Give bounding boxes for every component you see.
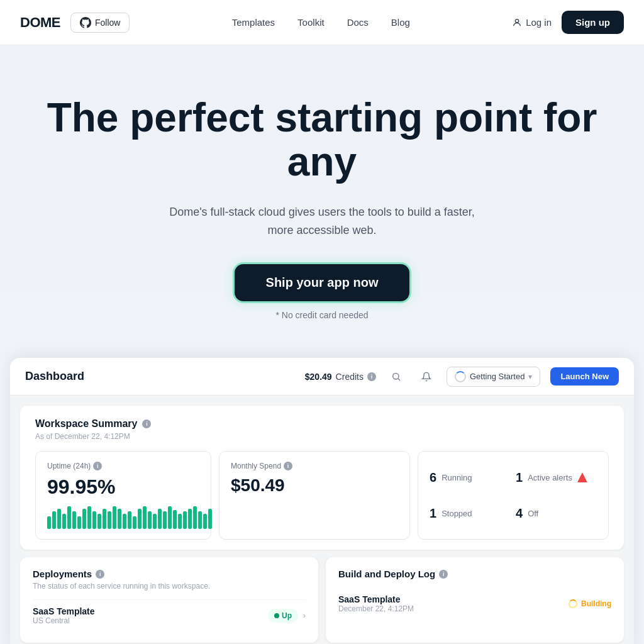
running-stat: 6 Running xyxy=(430,462,511,493)
uptime-value: 99.95% xyxy=(47,475,199,499)
hero-title: The perfect starting point for any xyxy=(39,96,605,184)
off-count: 4 xyxy=(516,506,523,521)
workspace-card-header: Workspace Summary i xyxy=(35,418,609,430)
build-log-card: Build and Deploy Log i SaaS Template Dec… xyxy=(326,557,624,643)
spinner-icon xyxy=(455,371,466,382)
off-label: Off xyxy=(528,509,538,518)
credits-badge: $20.49 Credits i xyxy=(305,372,376,382)
building-spinner-icon xyxy=(569,599,577,608)
running-count: 6 xyxy=(430,470,436,485)
github-follow-button[interactable]: Follow xyxy=(70,13,130,33)
notifications-button[interactable] xyxy=(416,367,436,387)
svg-point-1 xyxy=(393,374,399,379)
alerts-stat: 1 Active alerts xyxy=(516,462,597,493)
launch-new-button[interactable]: Launch New xyxy=(550,367,619,386)
search-button[interactable] xyxy=(386,367,406,387)
cta-button[interactable]: Ship your app now xyxy=(235,264,410,301)
deployment-info: SaaS Template US Central xyxy=(33,606,95,625)
stopped-count: 1 xyxy=(430,506,436,521)
deployments-card: Deployments i The status of each service… xyxy=(20,557,318,643)
bell-icon xyxy=(421,372,431,382)
dashboard-preview: Dashboard $20.49 Credits i Getting Start… xyxy=(10,358,634,644)
workspace-date: As of December 22, 4:12PM xyxy=(35,432,609,441)
up-badge: Up xyxy=(268,609,298,623)
deployments-title: Deployments i xyxy=(33,569,306,579)
main-nav: Templates Toolkit Docs Blog xyxy=(232,17,410,28)
github-icon xyxy=(80,17,91,28)
deployment-row[interactable]: SaaS Template US Central Up › xyxy=(33,599,306,631)
dashboard-title: Dashboard xyxy=(25,370,84,383)
alerts-count: 1 xyxy=(516,470,523,485)
deployment-status: Up › xyxy=(268,609,306,623)
up-dot-icon xyxy=(274,613,279,618)
build-log-info-icon: i xyxy=(439,570,448,579)
credits-info-icon: i xyxy=(367,372,376,381)
search-icon xyxy=(391,372,401,382)
alerts-label: Active alerts xyxy=(528,473,572,482)
chevron-down-icon: ▾ xyxy=(528,372,532,381)
stopped-label: Stopped xyxy=(441,509,472,518)
deployment-region: US Central xyxy=(33,616,95,625)
uptime-bars xyxy=(47,504,199,529)
nav-toolkit[interactable]: Toolkit xyxy=(297,17,325,28)
login-button[interactable]: Log in xyxy=(512,17,552,28)
user-icon xyxy=(512,18,522,28)
build-info: SaaS Template December 22, 4:12PM xyxy=(338,594,414,613)
getting-started-button[interactable]: Getting Started ▾ xyxy=(447,367,540,387)
svg-point-0 xyxy=(515,19,518,22)
credits-amount: $20.49 xyxy=(305,372,332,382)
services-card: 6 Running 1 Active alerts 1 Stopped 4 xyxy=(418,451,609,540)
workspace-card: Workspace Summary i As of December 22, 4… xyxy=(20,406,624,550)
uptime-label: Uptime (24h) i xyxy=(47,462,199,470)
nav-blog[interactable]: Blog xyxy=(391,17,410,28)
deployments-info-icon: i xyxy=(96,570,104,579)
build-date: December 22, 4:12PM xyxy=(338,604,414,613)
alert-icon xyxy=(577,472,587,482)
bottom-row: Deployments i The status of each service… xyxy=(20,557,624,643)
uptime-card: Uptime (24h) i 99.95% xyxy=(35,451,211,540)
uptime-info-icon: i xyxy=(93,462,102,470)
logo: DOME xyxy=(20,14,60,31)
hero-section: The perfect starting point for any Dome'… xyxy=(0,45,644,358)
navbar: DOME Follow Templates Toolkit Docs Blog … xyxy=(0,0,644,45)
stopped-stat: 1 Stopped xyxy=(430,498,511,530)
follow-label: Follow xyxy=(95,18,120,28)
monthly-spend-card: Monthly Spend i $50.49 xyxy=(219,451,410,540)
dashboard-header-right: $20.49 Credits i Getting Started ▾ Launc… xyxy=(305,367,619,387)
build-name: SaaS Template xyxy=(338,594,414,604)
stats-row: Uptime (24h) i 99.95% Monthly Spend i $5… xyxy=(35,451,609,540)
svg-line-2 xyxy=(398,379,400,380)
dashboard-body: Workspace Summary i As of December 22, 4… xyxy=(10,396,634,644)
workspace-info-icon: i xyxy=(142,419,151,428)
workspace-title: Workspace Summary xyxy=(35,418,137,430)
navbar-left: DOME Follow xyxy=(20,13,130,33)
deployments-subtitle: The status of each service running in th… xyxy=(33,582,306,591)
build-log-title: Build and Deploy Log i xyxy=(338,569,611,579)
monthly-spend-value: $50.49 xyxy=(231,475,398,496)
navbar-right: Log in Sign up xyxy=(512,11,624,34)
deployment-name: SaaS Template xyxy=(33,606,95,616)
svg-point-3 xyxy=(274,613,279,618)
running-label: Running xyxy=(441,473,472,482)
hero-subtitle: Dome's full-stack cloud gives users the … xyxy=(165,203,479,240)
signup-button[interactable]: Sign up xyxy=(562,11,624,34)
dashboard-header: Dashboard $20.49 Credits i Getting Start… xyxy=(10,358,634,396)
credits-label: Credits xyxy=(336,372,364,382)
off-stat: 4 Off xyxy=(516,498,597,530)
build-log-row: SaaS Template December 22, 4:12PM Buildi… xyxy=(338,588,611,619)
no-credit-text: * No credit card needed xyxy=(275,310,368,320)
monthly-spend-label: Monthly Spend i xyxy=(231,462,398,470)
spend-info-icon: i xyxy=(284,462,292,470)
nav-docs[interactable]: Docs xyxy=(347,17,369,28)
chevron-right-icon: › xyxy=(303,611,306,620)
nav-templates[interactable]: Templates xyxy=(232,17,275,28)
building-badge: Building xyxy=(569,599,611,608)
